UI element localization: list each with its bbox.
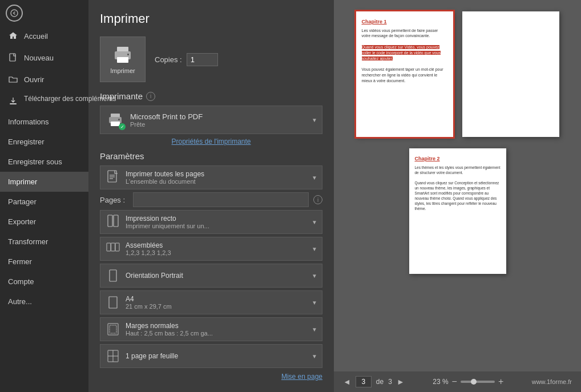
pages-per-sheet-arrow: ▼	[312, 353, 317, 359]
setting-paper-size[interactable]: A4 21 cm x 29,7 cm ▼	[100, 290, 322, 314]
setting-pages-per-sheet[interactable]: 1 page par feuille ▼	[100, 344, 322, 368]
preview-page-blank[interactable]	[462, 11, 559, 137]
printer-name-area: Microsoft Print to PDF Prête	[130, 112, 307, 128]
paper-size-main: A4	[126, 295, 307, 303]
sidebar-item-fermer[interactable]: Fermer	[0, 252, 88, 272]
collate-text: Assemblées 1,2,3 1,2,3 1,2,3	[126, 241, 307, 256]
download-icon	[8, 96, 18, 106]
pages-per-sheet-main: 1 page par feuille	[126, 352, 307, 360]
printer-status: Prête	[130, 121, 307, 128]
collate-icon	[105, 241, 121, 257]
prev-page-button[interactable]: ◄	[343, 377, 351, 386]
printer-section-header: Imprimante i	[100, 91, 322, 101]
margins-text: Marges normales Haut : 2,5 cm bas : 2,5 …	[126, 322, 307, 337]
sidebar-item-ouvrir[interactable]: Ouvrir	[0, 68, 88, 90]
duplex-sub: Imprimer uniquement sur un...	[126, 223, 307, 229]
page-title: Imprimer	[100, 11, 322, 26]
chapter-2-para2: Quand vous cliquez sur Conception et sél…	[415, 180, 501, 212]
svg-rect-16	[114, 215, 118, 227]
zoom-slider[interactable]	[461, 381, 495, 383]
setting-collate[interactable]: Assemblées 1,2,3 1,2,3 1,2,3 ▼	[100, 237, 322, 261]
margins-sub: Haut : 2,5 cm bas : 2,5 cm ga...	[126, 330, 307, 337]
orientation-arrow: ▼	[312, 273, 317, 279]
paper-size-arrow: ▼	[312, 300, 317, 306]
svg-rect-21	[109, 297, 117, 308]
chapter-1-para1: Les vidéos vous permettent de faire pass…	[362, 28, 447, 39]
sidebar-item-telecharger[interactable]: Télécharger des compléments	[0, 90, 88, 112]
svg-point-0	[11, 10, 18, 17]
print-button[interactable]: Imprimer	[100, 37, 146, 82]
pages-row: Pages : i	[100, 192, 322, 207]
margins-icon	[105, 321, 121, 337]
pages-info-icon[interactable]: i	[313, 195, 322, 204]
page-1-content: Chapitre 1 Les vidéos vous permettent de…	[362, 18, 447, 84]
duplex-arrow: ▼	[312, 219, 317, 225]
preview-row-1: Chapitre 1 Les vidéos vous permettent de…	[356, 11, 559, 137]
preview-page-2[interactable]: Chapitre 2 Les thèmes et les styles vous…	[409, 148, 506, 274]
zoom-percent: 23 %	[433, 378, 448, 386]
preview-area: Chapitre 1 Les vidéos vous permettent de…	[334, 0, 581, 392]
sidebar-item-partager[interactable]: Partager	[0, 192, 88, 212]
chapter-2-para1: Les thèmes et les styles vous permettent…	[415, 165, 501, 175]
back-button[interactable]	[6, 5, 23, 22]
current-page-input[interactable]	[356, 376, 372, 387]
preview-bottom-bar: ◄ de 3 ► 23 % − + www.1forme.fr	[334, 371, 581, 392]
page-2-content: Chapitre 2 Les thèmes et les styles vous…	[415, 155, 501, 211]
printer-properties-link[interactable]: Propriétés de l'imprimante	[100, 138, 322, 146]
svg-rect-2	[10, 103, 17, 104]
svg-rect-23	[110, 325, 116, 333]
setting-duplex[interactable]: Impression recto Imprimer uniquement sur…	[100, 210, 322, 234]
sidebar-item-compte[interactable]: Compte	[0, 272, 88, 292]
collate-arrow: ▼	[312, 246, 317, 252]
preview-pages: Chapitre 1 Les vidéos vous permettent de…	[334, 0, 581, 371]
settings-section-header: Paramètres	[100, 151, 322, 161]
duplex-text: Impression recto Imprimer uniquement sur…	[126, 215, 307, 229]
printer-selector[interactable]: ✓ Microsoft Print to PDF Prête ▼	[100, 106, 322, 134]
sidebar-item-informations[interactable]: Informations	[0, 112, 88, 132]
sidebar-item-imprimer[interactable]: Imprimer	[0, 172, 88, 192]
collate-sub: 1,2,3 1,2,3 1,2,3	[126, 249, 307, 256]
portrait-icon	[105, 268, 121, 284]
printer-large-icon	[112, 45, 133, 65]
svg-rect-5	[117, 57, 128, 63]
svg-rect-20	[110, 270, 116, 281]
copies-area: Copies :	[155, 53, 218, 66]
paper-size-text: A4 21 cm x 29,7 cm	[126, 295, 307, 310]
zoom-area: 23 % − +	[433, 377, 503, 387]
preview-page-1[interactable]: Chapitre 1 Les vidéos vous permettent de…	[356, 11, 453, 137]
pages-input[interactable]	[133, 192, 309, 207]
sidebar-navigation: Accueil Nouveau Ouvrir	[0, 25, 88, 392]
sidebar-item-enregistrer[interactable]: Enregistrer	[0, 132, 88, 152]
sidebar-item-nouveau[interactable]: Nouveau	[0, 47, 88, 68]
sidebar-item-enregistrer-sous[interactable]: Enregistrer sous	[0, 152, 88, 172]
page-range-text: Imprimer toutes les pages L'ensemble du …	[126, 170, 307, 185]
zoom-plus-button[interactable]: +	[498, 377, 503, 387]
margins-main: Marges normales	[126, 322, 307, 330]
sidebar-item-transformer[interactable]: Transformer	[0, 232, 88, 252]
sidebar-item-exporter[interactable]: Exporter	[0, 212, 88, 232]
pages-per-sheet-icon	[105, 348, 121, 364]
svg-rect-18	[111, 243, 115, 251]
zoom-minus-button[interactable]: −	[452, 377, 457, 387]
printer-info-icon[interactable]: i	[146, 92, 155, 101]
copies-input[interactable]	[187, 53, 218, 66]
sidebar-item-autre[interactable]: Autre...	[0, 292, 88, 312]
copies-label: Copies :	[155, 55, 182, 64]
setting-margins[interactable]: Marges normales Haut : 2,5 cm bas : 2,5 …	[100, 317, 322, 341]
svg-rect-15	[108, 215, 112, 227]
setting-page-range[interactable]: Imprimer toutes les pages L'ensemble du …	[100, 165, 322, 189]
page-setup-link[interactable]: Mise en page	[100, 373, 322, 381]
setting-orientation[interactable]: Orientation Portrait ▼	[100, 264, 322, 288]
svg-rect-10	[118, 119, 120, 120]
sidebar-item-accueil[interactable]: Accueil	[0, 25, 88, 47]
printer-dropdown-arrow: ▼	[312, 117, 317, 123]
file-new-icon	[8, 52, 18, 63]
collate-main: Assemblées	[126, 241, 307, 249]
duplex-icon	[105, 214, 121, 230]
next-page-button[interactable]: ►	[397, 377, 405, 386]
sidebar-top	[0, 0, 88, 25]
svg-rect-19	[115, 243, 119, 251]
pages-per-sheet-text: 1 page par feuille	[126, 352, 307, 360]
watermark: www.1forme.fr	[532, 378, 572, 385]
print-panel: Imprimer Imprimer Copies : Imprimante i	[88, 0, 334, 392]
